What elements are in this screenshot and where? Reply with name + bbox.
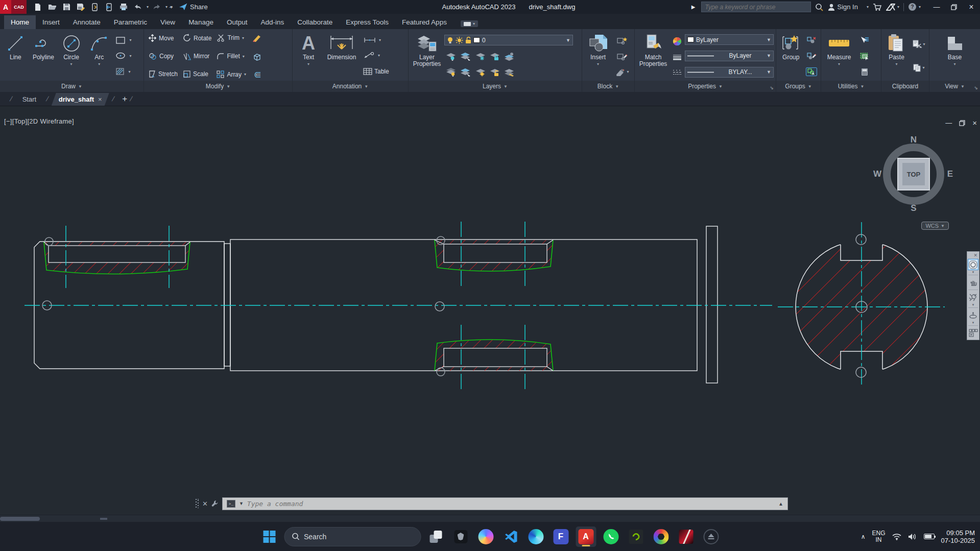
mirror-button[interactable]: Mirror: [181, 51, 213, 61]
panel-label-draw[interactable]: Draw▼: [0, 81, 144, 92]
panel-label-view[interactable]: View▼⇘: [929, 81, 980, 92]
pan-button[interactable]: [968, 277, 978, 288]
open-file-button[interactable]: [46, 2, 58, 13]
lineweight-combo[interactable]: ByLayer▼: [685, 51, 774, 61]
steering-wheel-button[interactable]: [968, 259, 978, 270]
text-button[interactable]: A Text ▾: [295, 31, 322, 81]
cart-icon[interactable]: [873, 3, 882, 11]
fillet-dropdown[interactable]: ▾: [243, 54, 245, 59]
attributes-dropdown[interactable]: ▾: [627, 69, 629, 74]
vscode-icon[interactable]: [500, 526, 521, 547]
customize-wrench-icon[interactable]: [211, 499, 219, 508]
create-block-button[interactable]: [616, 36, 628, 44]
line-button[interactable]: Line: [2, 31, 29, 81]
hatch-tool-button[interactable]: ▾: [113, 66, 141, 77]
command-history-toggle[interactable]: ▲: [778, 501, 783, 507]
language-indicator[interactable]: ENG IN: [872, 530, 885, 543]
f-app-icon[interactable]: F: [551, 526, 571, 547]
panel-label-groups[interactable]: Groups▼: [776, 81, 821, 92]
quick-select-button[interactable]: [859, 36, 870, 44]
move-button[interactable]: Move: [146, 33, 180, 43]
viewport-close-button[interactable]: ×: [972, 118, 977, 127]
insert-block-button[interactable]: Insert ▾: [584, 31, 612, 81]
tab-output[interactable]: Output: [220, 15, 254, 29]
table-button[interactable]: Table: [361, 67, 399, 76]
autodesk-dropdown[interactable]: ▾: [897, 5, 899, 9]
cut-dropdown[interactable]: ▾: [923, 42, 925, 46]
measure-dropdown[interactable]: ▾: [838, 62, 840, 66]
leader-dropdown[interactable]: ▾: [378, 53, 380, 58]
window-close-button[interactable]: ×: [963, 0, 980, 14]
array-button[interactable]: Array▾: [214, 69, 248, 79]
layer-unisolate-button[interactable]: [460, 68, 472, 77]
view-launcher[interactable]: ⇘: [974, 85, 978, 90]
panel-label-layers[interactable]: Layers▼: [409, 81, 582, 92]
object-color-combo[interactable]: ByLayer▼: [685, 34, 774, 45]
make-current-layer-button[interactable]: [504, 52, 515, 61]
stretch-button[interactable]: Stretch: [146, 69, 180, 79]
properties-launcher[interactable]: ⇘: [770, 85, 774, 90]
circle-dropdown[interactable]: ▾: [70, 62, 73, 66]
save-as-button[interactable]: [75, 2, 87, 13]
layer-freeze-button[interactable]: [475, 52, 486, 61]
search-icon[interactable]: [815, 3, 823, 11]
open-from-mobile-button[interactable]: [89, 2, 101, 13]
horizontal-scrollbar[interactable]: [0, 515, 980, 522]
share-button[interactable]: Share: [179, 3, 208, 11]
zoom-dropdown[interactable]: ▾: [972, 304, 974, 306]
insert-dropdown[interactable]: ▾: [597, 62, 599, 66]
copy-button[interactable]: Copy: [146, 52, 180, 61]
ellipse-tool-button[interactable]: ▾: [113, 51, 141, 60]
viewport-restore-button[interactable]: [959, 120, 965, 126]
match-properties-button[interactable]: Match Properties: [637, 31, 670, 81]
command-dock-grip[interactable]: [196, 499, 199, 508]
leader-button[interactable]: ▾: [361, 51, 399, 60]
redo-button[interactable]: [151, 2, 163, 13]
group-button[interactable]: Group: [778, 31, 804, 81]
layer-combo-dropdown[interactable]: ▼: [566, 38, 570, 43]
tab-home[interactable]: Home: [4, 15, 36, 29]
epic-launcher-icon[interactable]: [450, 526, 471, 547]
clock[interactable]: 09:05 PM 07-10-2025: [941, 529, 975, 544]
fillet-button[interactable]: Fillet▾: [214, 52, 248, 61]
model-space-canvas[interactable]: [−][Top][2D Wireframe] — × N S W E TOP W…: [0, 106, 980, 515]
paste-dropdown[interactable]: ▾: [895, 62, 897, 66]
text-dropdown[interactable]: ▾: [307, 62, 309, 66]
tab-featured-apps[interactable]: Featured Apps: [395, 15, 453, 29]
qat-customize-dropdown[interactable]: ▾̶: [170, 4, 173, 10]
copilot-icon[interactable]: [475, 526, 496, 547]
edit-block-button[interactable]: [616, 52, 628, 60]
polyline-button[interactable]: Polyline: [30, 31, 57, 81]
viewcube-top-face[interactable]: TOP: [897, 158, 930, 190]
base-dropdown[interactable]: ▾: [953, 62, 955, 66]
arc-button[interactable]: Arc ▾: [86, 31, 113, 81]
arc-dropdown[interactable]: ▾: [98, 62, 100, 66]
steering-wheel-dropdown[interactable]: ▾: [972, 271, 974, 273]
command-prompt-icon[interactable]: >_: [227, 500, 235, 508]
array-dropdown[interactable]: ▾: [244, 72, 246, 77]
panel-label-block[interactable]: Block▼: [582, 81, 634, 92]
start-button[interactable]: [259, 526, 279, 547]
rotate-button[interactable]: Rotate: [181, 33, 213, 43]
trim-dropdown[interactable]: ▾: [242, 36, 244, 40]
nvidia-icon[interactable]: [626, 526, 646, 547]
viewcube-south[interactable]: S: [911, 203, 916, 213]
battery-icon[interactable]: [924, 534, 935, 539]
sign-in-dropdown[interactable]: ▾: [867, 5, 869, 9]
group-edit-button[interactable]: [806, 52, 817, 60]
layer-isolate-button[interactable]: [460, 52, 472, 61]
help-search-input[interactable]: [705, 4, 807, 11]
viewcube-east[interactable]: E: [947, 169, 953, 179]
autocad-taskbar-icon[interactable]: A: [576, 526, 596, 547]
group-selection-toggle[interactable]: [807, 68, 816, 75]
file-tab-start[interactable]: Start: [15, 93, 43, 106]
window-minimize-button[interactable]: —: [928, 0, 945, 14]
show-motion-button[interactable]: [968, 327, 978, 339]
trim-button[interactable]: Trim▾: [214, 33, 248, 43]
orbit-dropdown[interactable]: ▾: [972, 322, 974, 324]
layer-lock-button[interactable]: [489, 52, 500, 61]
panel-label-modify[interactable]: Modify▼: [144, 81, 292, 92]
scale-button[interactable]: Scale: [181, 69, 213, 79]
viewport-minimize-button[interactable]: —: [945, 119, 952, 127]
tab-collaborate[interactable]: Collaborate: [291, 15, 339, 29]
